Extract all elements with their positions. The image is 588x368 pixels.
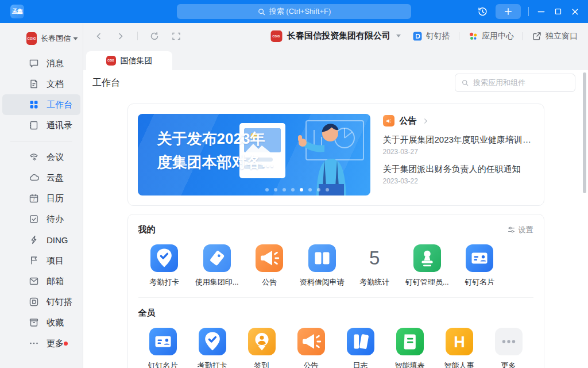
app-item[interactable]: 资料借阅申请: [296, 244, 349, 288]
megaphone-icon: [383, 115, 394, 126]
settings-button[interactable]: 设置: [507, 225, 533, 235]
stamp-icon: [413, 244, 441, 272]
nav-link-dingbuild[interactable]: 钉钉搭: [412, 31, 450, 41]
sidebar-item-ding[interactable]: DING: [2, 229, 80, 250]
sidebar-divider: [10, 141, 72, 141]
cloud-icon: [29, 172, 39, 183]
app-label: 钉钉名片: [148, 361, 178, 368]
carousel-dot[interactable]: [274, 188, 277, 191]
app-item[interactable]: 智能填表: [385, 328, 435, 368]
carousel-dot[interactable]: [300, 188, 303, 191]
notification-dot: [64, 342, 68, 346]
journal-icon: [347, 328, 374, 355]
external-icon: [532, 31, 542, 41]
app-item[interactable]: 考勤打卡: [138, 244, 191, 288]
user-avatar[interactable]: 孟鑫: [10, 5, 24, 18]
dingbuild-blue-icon: [412, 31, 423, 41]
carousel-dot[interactable]: [308, 188, 312, 191]
sidebar-item-contacts[interactable]: 通讯录: [2, 115, 80, 136]
titlebar: 孟鑫 搜索 (Ctrl+Shift+F): [0, 0, 588, 23]
tab-guoxin-group[interactable]: CGIG 国信集团: [86, 51, 172, 70]
history-icon[interactable]: [477, 6, 488, 17]
close-icon[interactable]: [570, 7, 580, 17]
banner-carousel[interactable]: 关于发布2023年 度集团本部对各...: [138, 114, 370, 195]
app-item[interactable]: 5考勤统计: [349, 244, 401, 288]
fullscreen-icon[interactable]: [171, 31, 181, 41]
sidebar-item-docs[interactable]: 文档: [2, 74, 80, 94]
carousel-dot[interactable]: [283, 188, 286, 191]
company-selector[interactable]: CGIG 长春国信投资集团有限公司: [270, 30, 401, 42]
tag-icon: [203, 244, 231, 272]
nav-link-appcenter[interactable]: 应用中心: [468, 31, 514, 41]
sidebar-item-label: 项目: [47, 255, 64, 266]
app-item[interactable]: H智能人事: [435, 328, 484, 368]
sidebar-item-drive[interactable]: 云盘: [2, 167, 80, 188]
sidebar-item-dingbuild[interactable]: 钉钉搭: [2, 292, 80, 312]
global-search-input[interactable]: 搜索 (Ctrl+Shift+F): [177, 4, 411, 19]
nav-link-standalone[interactable]: 独立窗口: [532, 31, 578, 41]
announcement-header[interactable]: 公告: [383, 115, 532, 126]
forward-icon[interactable]: [115, 31, 126, 41]
org-switcher[interactable]: CGIG 长春国信...: [0, 29, 83, 53]
announcement-item[interactable]: 关于集团派出财务负责人的任职通知 2023-03-22: [383, 164, 532, 185]
carousel-dot[interactable]: [291, 188, 295, 191]
app-item[interactable]: 公告: [287, 328, 336, 368]
sidebar-item-label: 邮箱: [47, 276, 64, 287]
app-search-input[interactable]: 搜索应用和组件: [455, 74, 575, 92]
app-item[interactable]: 钉钉名片: [454, 244, 506, 288]
app-item[interactable]: 钉钉名片: [138, 328, 188, 368]
refresh-icon[interactable]: [149, 31, 160, 41]
sidebar-item-favorites[interactable]: 收藏: [2, 312, 80, 333]
phone-icon: [29, 152, 39, 162]
minimize-icon[interactable]: [536, 7, 546, 17]
app-label: 使用集团印...: [195, 277, 239, 288]
todo-icon: [29, 214, 39, 224]
navbar: CGIG 长春国信投资集团有限公司 钉钉搭应用中心独立窗口: [83, 23, 588, 49]
app-label: 钉钉管理员...: [405, 277, 449, 288]
sidebar-item-workbench[interactable]: 工作台: [2, 94, 80, 115]
search-icon: [461, 79, 469, 87]
banner-headline: 关于发布2023年 度集团本部对各...: [157, 127, 274, 174]
app-item[interactable]: 考勤打卡: [188, 328, 237, 368]
app-item[interactable]: 公告: [243, 244, 296, 288]
sidebar-item-label: 消息: [47, 58, 64, 69]
app-label: 日志: [353, 361, 368, 368]
org-logo: CGIG: [26, 32, 37, 45]
section-divider: [138, 297, 533, 298]
sidebar-item-mail[interactable]: 邮箱: [2, 271, 80, 292]
sidebar-item-project[interactable]: 项目: [2, 250, 80, 271]
sidebar-item-meeting[interactable]: 会议: [2, 147, 80, 167]
announcement-item-title: 关于开展集团2023年度职业健康培训的通知: [383, 135, 532, 145]
app-label: 公告: [304, 361, 319, 368]
app-label: 资料借阅申请: [300, 277, 345, 288]
maximize-icon[interactable]: [554, 7, 563, 16]
app-item[interactable]: 更多: [484, 328, 533, 368]
sidebar-item-more[interactable]: 更多: [2, 333, 80, 354]
sidebar-item-todo[interactable]: 待办: [2, 209, 80, 229]
announcement-item[interactable]: 关于开展集团2023年度职业健康培训的通知 2023-03-27: [383, 135, 532, 156]
app-item[interactable]: 签到: [237, 328, 287, 368]
global-search-placeholder: 搜索 (Ctrl+Shift+F): [269, 6, 331, 17]
nav-divider: [459, 32, 459, 40]
carousel-dot[interactable]: [317, 188, 320, 191]
titlebar-divider: [528, 7, 529, 16]
app-label: 智能填表: [395, 361, 425, 368]
dingbuild-icon: [29, 297, 39, 307]
settings-label: 设置: [519, 225, 533, 235]
svg-text:7: 7: [33, 197, 35, 201]
scrollbar[interactable]: [583, 72, 586, 193]
plus-icon[interactable]: [496, 4, 521, 19]
app-item[interactable]: 使用集团印...: [191, 244, 243, 288]
sidebar-menu: 消息 文档 工作台 通讯录 会议 云盘7 日历 待办 DING 项目: [0, 53, 83, 354]
nav-link-label: 应用中心: [482, 31, 514, 41]
sidebar-item-calendar[interactable]: 7 日历: [2, 188, 80, 209]
sidebar: CGIG 长春国信... 消息 文档 工作台 通讯录 会议 云盘7 日历: [0, 23, 83, 368]
app-label: 考勤打卡: [198, 361, 227, 368]
doc-icon: [29, 79, 39, 89]
app-item[interactable]: 日志: [336, 328, 385, 368]
sidebar-item-messages[interactable]: 消息: [2, 53, 80, 74]
app-item[interactable]: 钉钉管理员...: [401, 244, 454, 288]
carousel-dot[interactable]: [326, 188, 329, 191]
back-icon[interactable]: [94, 31, 104, 41]
carousel-dot[interactable]: [265, 188, 269, 191]
